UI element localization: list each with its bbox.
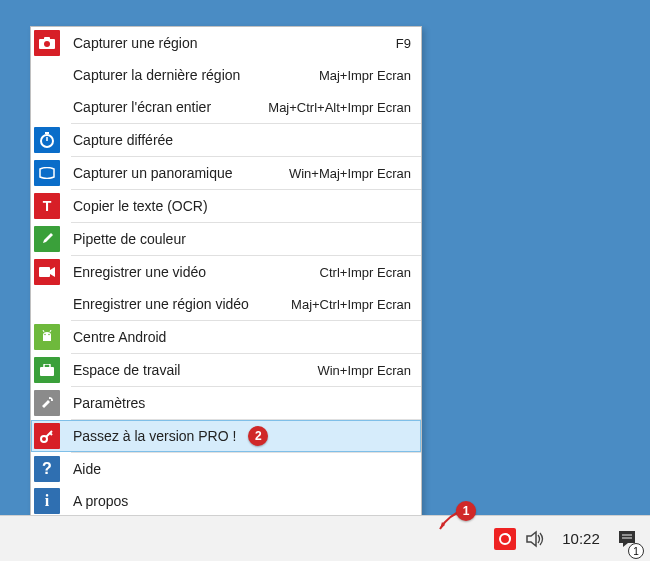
eyedropper-icon [34, 226, 60, 252]
menu-item-label: Capturer un panoramique [73, 165, 233, 181]
stopwatch-icon [34, 127, 60, 153]
briefcase-icon [34, 357, 60, 383]
menu-item-label: Aide [73, 461, 101, 477]
camera-icon [34, 30, 60, 56]
menu-item-ocr[interactable]: T Copier le texte (OCR) [31, 190, 421, 222]
menu-item-upgrade-pro[interactable]: Passez à la version PRO ! 2 [31, 420, 421, 452]
svg-line-10 [50, 330, 51, 332]
annotation-badge-1: 1 [456, 501, 476, 521]
menu-item-capture-fullscreen[interactable]: Capturer l'écran entier Maj+Ctrl+Alt+Imp… [31, 91, 421, 123]
menu-item-label: Capturer l'écran entier [73, 99, 211, 115]
menu-item-shortcut: Win+Impr Ecran [317, 363, 421, 378]
menu-item-workspace[interactable]: Espace de travail Win+Impr Ecran [31, 354, 421, 386]
menu-item-record-video-region[interactable]: Enregistrer une région vidéo Maj+Ctrl+Im… [31, 288, 421, 320]
menu-item-label: Passez à la version PRO ! [73, 428, 236, 444]
menu-item-label: Paramètres [73, 395, 145, 411]
tray-app-icon[interactable] [494, 528, 516, 550]
menu-item-shortcut: Win+Maj+Impr Ecran [289, 166, 421, 181]
menu-item-capture-region[interactable]: Capturer une région F9 [31, 27, 421, 59]
menu-item-color-picker[interactable]: Pipette de couleur [31, 223, 421, 255]
annotation-badge-2: 2 [248, 426, 268, 446]
help-icon: ? [34, 456, 60, 482]
svg-line-15 [50, 433, 52, 435]
panorama-icon [34, 160, 60, 186]
menu-item-label: A propos [73, 493, 128, 509]
info-icon: i [34, 488, 60, 514]
menu-item-record-video[interactable]: Enregistrer une vidéo Ctrl+Impr Ecran [31, 256, 421, 288]
menu-item-capture-last-region[interactable]: Capturer la dernière région Maj+Impr Ecr… [31, 59, 421, 91]
menu-item-about[interactable]: i A propos [31, 485, 421, 517]
system-tray: 10:22 [494, 528, 638, 550]
svg-line-9 [43, 330, 44, 332]
menu-item-shortcut: Maj+Ctrl+Impr Ecran [291, 297, 421, 312]
menu-item-help[interactable]: ? Aide [31, 453, 421, 485]
context-menu: Capturer une région F9 Capturer la derni… [30, 26, 422, 551]
svg-rect-12 [44, 364, 50, 368]
wrench-icon [34, 390, 60, 416]
video-icon [34, 259, 60, 285]
menu-item-label: Pipette de couleur [73, 231, 186, 247]
menu-item-label: Espace de travail [73, 362, 180, 378]
key-icon [34, 423, 60, 449]
menu-item-label: Capture différée [73, 132, 173, 148]
menu-item-shortcut: Maj+Ctrl+Alt+Impr Ecran [268, 100, 421, 115]
menu-item-shortcut: Ctrl+Impr Ecran [320, 265, 421, 280]
svg-rect-4 [45, 132, 49, 134]
svg-point-2 [44, 41, 50, 47]
svg-rect-19 [619, 531, 635, 543]
svg-point-8 [48, 334, 50, 336]
menu-item-label: Capturer une région [73, 35, 198, 51]
android-icon [34, 324, 60, 350]
menu-item-android-center[interactable]: Centre Android [31, 321, 421, 353]
menu-item-label: Capturer la dernière région [73, 67, 240, 83]
svg-rect-6 [39, 267, 50, 277]
text-icon: T [34, 193, 60, 219]
menu-item-label: Enregistrer une région vidéo [73, 296, 249, 312]
menu-item-label: Copier le texte (OCR) [73, 198, 208, 214]
notification-count-badge: 1 [628, 543, 644, 559]
menu-item-label: Centre Android [73, 329, 166, 345]
taskbar: 10:22 1 [0, 515, 650, 561]
taskbar-clock[interactable]: 10:22 [556, 530, 606, 547]
menu-item-settings[interactable]: Paramètres [31, 387, 421, 419]
menu-item-label: Enregistrer une vidéo [73, 264, 206, 280]
volume-icon[interactable] [526, 529, 546, 549]
menu-item-shortcut: F9 [396, 36, 421, 51]
svg-point-7 [44, 334, 46, 336]
menu-item-capture-panorama[interactable]: Capturer un panoramique Win+Maj+Impr Ecr… [31, 157, 421, 189]
desktop: Capturer une région F9 Capturer la derni… [0, 0, 650, 561]
menu-item-shortcut: Maj+Impr Ecran [319, 68, 421, 83]
menu-item-delayed-capture[interactable]: Capture différée [31, 124, 421, 156]
svg-rect-1 [44, 37, 50, 40]
